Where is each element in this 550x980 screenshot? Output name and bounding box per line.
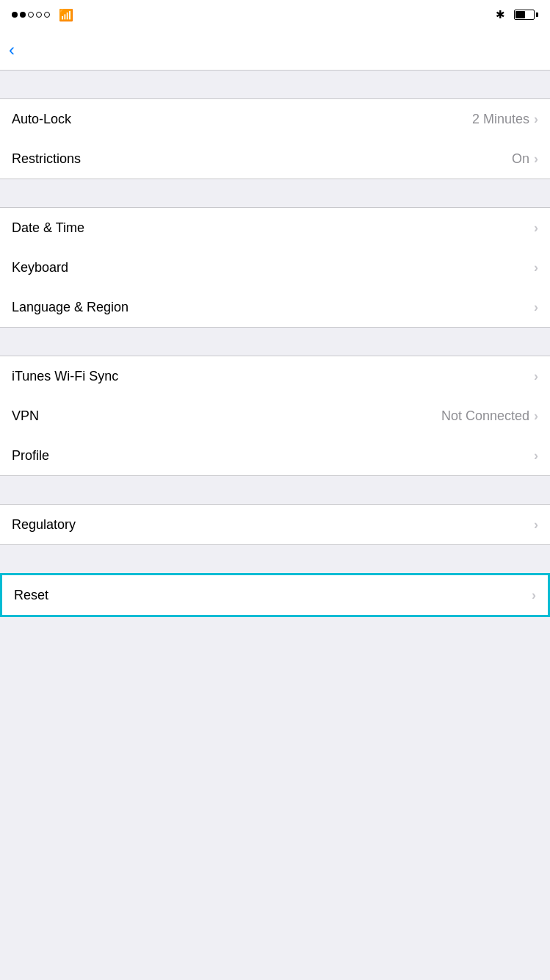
- settings-list-group-itunes-vpn-profile: iTunes Wi-Fi Sync›VPNNot Connected›Profi…: [0, 356, 550, 476]
- settings-item-vpn[interactable]: VPNNot Connected›: [0, 396, 550, 436]
- settings-container: Auto-Lock2 Minutes›RestrictionsOn›Date &…: [0, 71, 550, 617]
- right-auto-lock: 2 Minutes›: [472, 112, 538, 127]
- chevron-icon-restrictions: ›: [534, 151, 538, 167]
- right-itunes-wifi-sync: ›: [534, 369, 538, 384]
- label-date-time: Date & Time: [12, 220, 84, 236]
- signal-dot-5: [44, 12, 50, 18]
- chevron-icon-auto-lock: ›: [534, 112, 538, 127]
- settings-item-date-time[interactable]: Date & Time›: [0, 208, 550, 248]
- settings-item-restrictions[interactable]: RestrictionsOn›: [0, 139, 550, 179]
- battery-tip: [536, 12, 538, 17]
- right-reset: ›: [532, 588, 536, 603]
- right-profile: ›: [534, 448, 538, 464]
- label-auto-lock: Auto-Lock: [12, 112, 71, 127]
- right-restrictions: On›: [512, 151, 538, 167]
- nav-bar: ‹: [0, 29, 550, 71]
- status-left: 📶: [12, 8, 73, 22]
- chevron-icon-reset: ›: [532, 588, 536, 603]
- right-regulatory: ›: [534, 517, 538, 533]
- settings-item-profile[interactable]: Profile›: [0, 436, 550, 475]
- spacer-4: [0, 545, 550, 573]
- label-language-region: Language & Region: [12, 300, 129, 315]
- signal-dot-2: [20, 12, 26, 18]
- reset-item-wrapper: Reset›: [0, 573, 550, 617]
- signal-dot-4: [36, 12, 42, 18]
- signal-strength: [12, 12, 50, 18]
- back-chevron-icon: ‹: [9, 41, 15, 59]
- bluetooth-icon: ✱: [496, 8, 505, 21]
- label-reset: Reset: [14, 588, 48, 603]
- settings-list-group-regulatory: Regulatory›: [0, 504, 550, 545]
- label-keyboard: Keyboard: [12, 260, 68, 275]
- right-date-time: ›: [534, 220, 538, 236]
- spacer-2: [0, 328, 550, 356]
- label-itunes-wifi-sync: iTunes Wi-Fi Sync: [12, 369, 118, 384]
- right-language-region: ›: [534, 300, 538, 315]
- chevron-icon-keyboard: ›: [534, 260, 538, 275]
- chevron-icon-vpn: ›: [534, 408, 538, 424]
- label-restrictions: Restrictions: [12, 151, 81, 167]
- right-vpn: Not Connected›: [441, 408, 538, 424]
- value-vpn: Not Connected: [441, 408, 529, 424]
- right-keyboard: ›: [534, 260, 538, 275]
- battery-body: [514, 10, 535, 20]
- chevron-icon-language-region: ›: [534, 300, 538, 315]
- status-right: ✱: [496, 8, 538, 21]
- chevron-icon-itunes-wifi-sync: ›: [534, 369, 538, 384]
- settings-list-group-datetime-language: Date & Time›Keyboard›Language & Region›: [0, 207, 550, 328]
- chevron-icon-date-time: ›: [534, 220, 538, 236]
- battery-indicator: [514, 10, 538, 20]
- chevron-icon-profile: ›: [534, 448, 538, 464]
- settings-list-group-autolock-restrictions: Auto-Lock2 Minutes›RestrictionsOn›: [0, 98, 550, 179]
- settings-item-itunes-wifi-sync[interactable]: iTunes Wi-Fi Sync›: [0, 356, 550, 396]
- chevron-icon-regulatory: ›: [534, 517, 538, 533]
- settings-item-regulatory[interactable]: Regulatory›: [0, 505, 550, 544]
- settings-item-auto-lock[interactable]: Auto-Lock2 Minutes›: [0, 99, 550, 139]
- status-bar: 📶 ✱: [0, 0, 550, 29]
- settings-list-group-reset: Reset›: [2, 575, 548, 615]
- spacer-1: [0, 179, 550, 207]
- back-button[interactable]: ‹: [9, 41, 16, 59]
- spacer-0: [0, 71, 550, 98]
- wifi-icon: 📶: [59, 8, 73, 22]
- value-restrictions: On: [512, 151, 529, 167]
- label-profile: Profile: [12, 448, 49, 464]
- signal-dot-1: [12, 12, 18, 18]
- battery-fill: [515, 11, 525, 18]
- settings-item-keyboard[interactable]: Keyboard›: [0, 248, 550, 287]
- spacer-3: [0, 476, 550, 504]
- settings-item-reset[interactable]: Reset›: [2, 575, 548, 615]
- signal-dot-3: [28, 12, 34, 18]
- label-regulatory: Regulatory: [12, 517, 76, 533]
- label-vpn: VPN: [12, 408, 39, 424]
- value-auto-lock: 2 Minutes: [472, 112, 529, 127]
- settings-item-language-region[interactable]: Language & Region›: [0, 287, 550, 327]
